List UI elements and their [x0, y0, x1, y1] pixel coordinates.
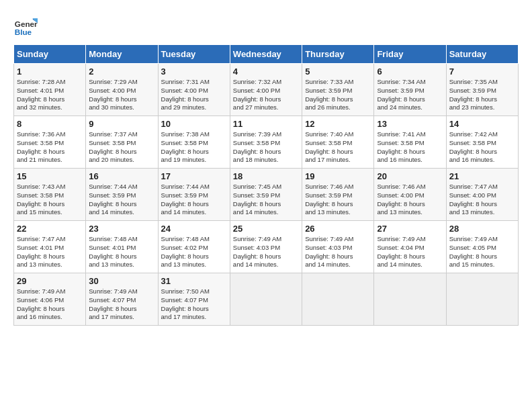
cell-line: and 32 minutes. — [17, 103, 83, 112]
day-number: 5 — [305, 66, 371, 77]
cell-line: Sunrise: 7:40 AM — [305, 130, 371, 139]
cell-line: and 16 minutes. — [449, 156, 515, 165]
cell-line: Daylight: 8 hours — [233, 148, 299, 156]
cell-line: Sunset: 4:01 PM — [17, 244, 83, 253]
cell-line: and 17 minutes. — [161, 313, 227, 322]
calendar-cell: 11Sunrise: 7:39 AMSunset: 3:58 PMDayligh… — [230, 116, 302, 169]
cell-line: Sunset: 3:59 PM — [377, 87, 443, 95]
cell-line: and 19 minutes. — [161, 156, 227, 165]
day-number: 31 — [161, 276, 227, 286]
cell-line: Daylight: 8 hours — [449, 253, 515, 261]
cell-line: Daylight: 8 hours — [89, 95, 154, 104]
cell-line: Sunrise: 7:29 AM — [89, 78, 154, 87]
cell-line: Sunrise: 7:28 AM — [17, 78, 83, 87]
cell-line: and 14 minutes. — [233, 208, 299, 217]
calendar-cell — [302, 273, 374, 326]
cell-line: Sunrise: 7:49 AM — [377, 235, 443, 244]
cell-line: and 14 minutes. — [305, 261, 371, 269]
cell-line: and 15 minutes. — [449, 261, 515, 269]
cell-line: Daylight: 8 hours — [449, 148, 515, 156]
calendar-cell: 27Sunrise: 7:49 AMSunset: 4:04 PMDayligh… — [374, 221, 446, 273]
calendar-week-row: 8Sunrise: 7:36 AMSunset: 3:58 PMDaylight… — [14, 116, 519, 169]
day-number: 30 — [89, 276, 154, 286]
cell-line: Sunset: 3:58 PM — [89, 139, 154, 148]
calendar-cell: 5Sunrise: 7:33 AMSunset: 3:59 PMDaylight… — [302, 64, 374, 116]
cell-line: Sunset: 3:58 PM — [17, 191, 83, 200]
day-number: 15 — [17, 171, 83, 181]
cell-line: Sunrise: 7:36 AM — [17, 130, 83, 139]
cell-line: Sunset: 3:59 PM — [89, 191, 154, 200]
day-number: 2 — [89, 66, 154, 77]
day-number: 9 — [89, 119, 154, 129]
cell-line: Sunrise: 7:44 AM — [161, 183, 227, 191]
day-number: 28 — [449, 224, 515, 234]
cell-line: Sunrise: 7:49 AM — [89, 287, 154, 296]
cell-line: Sunset: 4:05 PM — [449, 244, 515, 253]
day-number: 1 — [17, 66, 83, 77]
cell-line: and 24 minutes. — [377, 103, 443, 112]
calendar-cell: 17Sunrise: 7:44 AMSunset: 3:59 PMDayligh… — [158, 169, 230, 221]
cell-line: Daylight: 8 hours — [161, 95, 227, 104]
weekday-header: Wednesday — [230, 45, 302, 64]
calendar-cell: 16Sunrise: 7:44 AMSunset: 3:59 PMDayligh… — [86, 169, 158, 221]
day-number: 25 — [233, 224, 299, 234]
cell-line: Sunset: 3:58 PM — [161, 139, 227, 148]
calendar-cell: 4Sunrise: 7:32 AMSunset: 4:00 PMDaylight… — [230, 64, 302, 116]
weekday-header: Saturday — [446, 45, 518, 64]
cell-line: Daylight: 8 hours — [377, 148, 443, 156]
calendar-cell: 2Sunrise: 7:29 AMSunset: 4:00 PMDaylight… — [86, 64, 158, 116]
cell-line: Sunrise: 7:50 AM — [161, 287, 227, 296]
cell-line: Sunset: 4:00 PM — [89, 87, 154, 95]
calendar-cell: 15Sunrise: 7:43 AMSunset: 3:58 PMDayligh… — [14, 169, 86, 221]
calendar-week-row: 29Sunrise: 7:49 AMSunset: 4:06 PMDayligh… — [14, 273, 519, 326]
cell-line: Sunset: 3:58 PM — [377, 139, 443, 148]
cell-line: Sunrise: 7:49 AM — [449, 235, 515, 244]
cell-line: Sunset: 4:06 PM — [17, 296, 83, 305]
cell-line: Sunset: 4:03 PM — [305, 244, 371, 253]
day-number: 23 — [89, 224, 154, 234]
day-number: 3 — [161, 66, 227, 77]
cell-line: Sunrise: 7:46 AM — [377, 183, 443, 191]
day-number: 7 — [449, 66, 515, 77]
calendar-cell: 1Sunrise: 7:28 AMSunset: 4:01 PMDaylight… — [14, 64, 86, 116]
cell-line: and 16 minutes. — [17, 313, 83, 322]
cell-line: and 13 minutes. — [305, 208, 371, 217]
cell-line: Sunset: 3:59 PM — [161, 191, 227, 200]
day-number: 18 — [233, 171, 299, 181]
cell-line: Sunset: 3:58 PM — [233, 139, 299, 148]
cell-line: Daylight: 8 hours — [89, 148, 154, 156]
cell-line: Daylight: 8 hours — [377, 95, 443, 104]
cell-line: and 13 minutes. — [161, 261, 227, 269]
cell-line: Daylight: 8 hours — [161, 200, 227, 209]
cell-line: Sunset: 3:59 PM — [233, 191, 299, 200]
cell-line: Sunrise: 7:46 AM — [305, 183, 371, 191]
cell-line: Sunrise: 7:43 AM — [17, 183, 83, 191]
cell-line: and 18 minutes. — [233, 156, 299, 165]
calendar-cell: 28Sunrise: 7:49 AMSunset: 4:05 PMDayligh… — [446, 221, 518, 273]
calendar-cell: 19Sunrise: 7:46 AMSunset: 3:59 PMDayligh… — [302, 169, 374, 221]
day-number: 16 — [89, 171, 154, 181]
cell-line: and 14 minutes. — [233, 261, 299, 269]
calendar-week-row: 15Sunrise: 7:43 AMSunset: 3:58 PMDayligh… — [14, 169, 519, 221]
cell-line: Sunrise: 7:49 AM — [17, 287, 83, 296]
day-number: 27 — [377, 224, 443, 234]
cell-line: Daylight: 8 hours — [89, 200, 154, 209]
calendar-cell: 20Sunrise: 7:46 AMSunset: 4:00 PMDayligh… — [374, 169, 446, 221]
cell-line: Daylight: 8 hours — [305, 253, 371, 261]
cell-line: Daylight: 8 hours — [89, 305, 154, 314]
cell-line: Sunrise: 7:33 AM — [305, 78, 371, 87]
cell-line: Sunset: 3:58 PM — [305, 139, 371, 148]
cell-line: Sunset: 4:07 PM — [89, 296, 154, 305]
cell-line: Sunrise: 7:39 AM — [233, 130, 299, 139]
cell-line: Sunset: 4:00 PM — [233, 87, 299, 95]
cell-line: Daylight: 8 hours — [17, 148, 83, 156]
cell-line: Sunset: 3:59 PM — [449, 87, 515, 95]
cell-line: Daylight: 8 hours — [305, 148, 371, 156]
cell-line: and 21 minutes. — [17, 156, 83, 165]
day-number: 17 — [161, 171, 227, 181]
day-number: 13 — [377, 119, 443, 129]
cell-line: and 13 minutes. — [377, 208, 443, 217]
cell-line: and 17 minutes. — [89, 313, 154, 322]
cell-line: Sunrise: 7:41 AM — [377, 130, 443, 139]
calendar-cell: 7Sunrise: 7:35 AMSunset: 3:59 PMDaylight… — [446, 64, 518, 116]
